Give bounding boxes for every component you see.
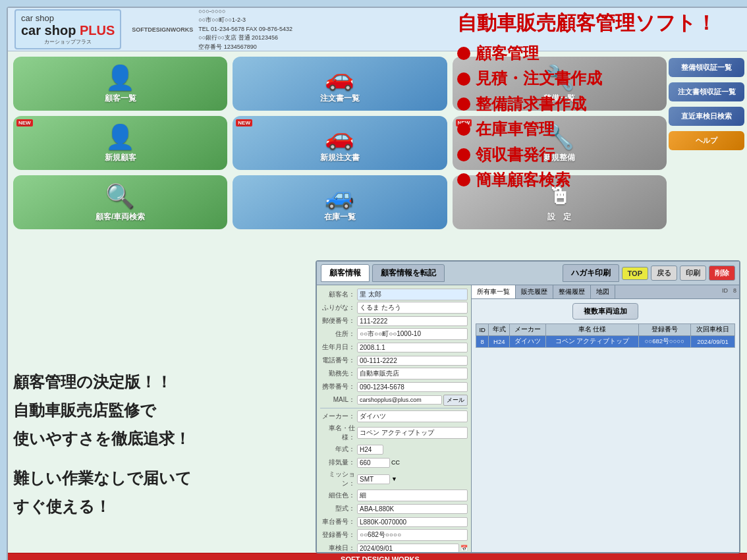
field-carname: 車名・仕様： コペン アクティブトップ: [320, 424, 468, 442]
promo-line6: すぐ使える！: [13, 492, 231, 520]
car-new-icon: 🚗: [325, 123, 354, 151]
company-line3: TEL 01-234-5678 FAX 09-876-5432: [198, 25, 292, 34]
person-icon: 👤: [105, 64, 135, 92]
field-postal: 郵便番号： 111-2222: [320, 315, 468, 327]
car2-icon: 🚙: [325, 182, 354, 210]
btn-shinki-chumon[interactable]: NEW 🚗 新規注文書: [233, 116, 447, 170]
feature-dot-1: [457, 47, 470, 60]
btn-mail[interactable]: メール: [443, 395, 468, 406]
field-mobile-val: 090-1234-5678: [357, 382, 468, 392]
btn-chumon-ichiran[interactable]: 🚗 注文書一覧: [233, 57, 447, 111]
stab-vehicles[interactable]: 所有車一覧: [472, 285, 516, 298]
company-line2: ○○市○○町○○1-2-3: [198, 16, 292, 25]
logo-car-text: car shop: [21, 13, 115, 23]
col-name: 車名 仕様: [546, 324, 639, 336]
col-year: 年式: [489, 324, 510, 336]
stab-map[interactable]: 地図: [591, 285, 615, 298]
vehicle-right-area: 所有車一覧 販売履歴 整備履歴 地図 ID 8 複数車両追加 ID 年式 メーカ…: [472, 285, 739, 552]
feature-dot-2: [457, 72, 470, 86]
field-address-val: ○○市○○町○○1000-10: [357, 328, 468, 340]
car-icon: 🚗: [325, 64, 354, 92]
field-chassis: 車台番号： L880K-0070000: [320, 516, 468, 528]
btn-kokyaku-ichiran[interactable]: 👤 顧客一覧: [13, 57, 227, 111]
field-color: 細住色： 細: [320, 490, 468, 501]
col-reg: 登録番号: [638, 324, 690, 336]
logo-sub: カーショップフラス: [21, 38, 115, 45]
software-footer: SOFT DESIGN WORKS: [8, 553, 747, 560]
field-phone: 電話番号： 00-111-2222: [320, 354, 468, 366]
cell-reg: ○○682号○○○○: [638, 336, 690, 348]
stab-spacer: [615, 285, 719, 298]
cell-id: 8: [476, 336, 489, 348]
feature-item-5: 領収書発行: [457, 142, 734, 167]
softdesign-label: SOFTDESIGNWORKS: [132, 26, 193, 33]
field-maker-val: ダイハツ: [357, 410, 468, 422]
search-icon: 🔍: [105, 182, 135, 210]
feature-item-1: 顧客管理: [457, 41, 734, 66]
company-parking: 空存番号 1234567890: [198, 43, 292, 52]
field-birthday: 生年月日： 2008.1.1: [320, 341, 468, 353]
field-reg: 登録番号： ○○682号○○○○: [320, 529, 468, 541]
bottom-left-promo: 顧客管理の決定版！！ 自動車販売店監修で 使いやすさを徹底追求！ 難しい作業なし…: [13, 368, 231, 520]
feature-item-3: 整備請求書作成: [457, 92, 734, 117]
tab-hagaki[interactable]: ハガキ印刷: [563, 264, 619, 282]
cc-label: CC: [391, 459, 400, 466]
company-line1: ○○○-○○○○: [198, 7, 292, 16]
cell-name: コペン アクティブトップ: [546, 336, 639, 348]
field-maker: メーカー： ダイハツ: [320, 410, 468, 422]
field-carname-val: コペン アクティブトップ: [357, 427, 468, 439]
btn-shinki-kokyaku[interactable]: NEW 👤 新規顧客: [13, 116, 227, 170]
btn-zaiko-ichiran[interactable]: 🚙 在庫一覧: [233, 175, 447, 229]
field-chassis-val: L880K-0070000: [357, 517, 468, 527]
tab-kokyaku-info[interactable]: 顧客情報: [321, 264, 370, 282]
company-line4: ○○銀行○○支店 普通 20123456: [198, 34, 292, 43]
field-shaken: 車検日： 2024/09/01 📅: [320, 542, 468, 552]
field-mission: ミッション： SMT ▼: [320, 470, 468, 488]
detail-panel-body: 顧客名： 里 太郎 ふりがな： くるま たろう 郵便番号： 111-2222 住…: [317, 285, 739, 552]
field-name-val: 里 太郎: [357, 289, 468, 300]
col-date: 次回車検日: [690, 324, 734, 336]
field-address: 住所： ○○市○○町○○1000-10: [320, 328, 468, 340]
company-info: ○○○-○○○○ ○○市○○町○○1-2-3 TEL 01-234-5678 F…: [198, 7, 292, 52]
stab-maintenance[interactable]: 整備履歴: [553, 285, 591, 298]
field-birthday-val: 2008.1.1: [357, 343, 468, 352]
field-mobile: 携帯番号： 090-1234-5678: [320, 381, 468, 393]
logo-plus-text: car shop PLUS: [21, 23, 115, 38]
btn-back[interactable]: 戻る: [651, 266, 677, 281]
feature-dot-6: [457, 173, 470, 186]
btn-search[interactable]: 🔍 顧客/車両検索: [13, 175, 227, 229]
field-work-val: 自動車販売店: [357, 368, 468, 379]
vehicle-list-body: 複数車両追加 ID 年式 メーカー 車名 仕様 登録番号 次回車検日: [472, 299, 739, 552]
detail-panel: 顧客情報 顧客情報を転記 ハガキ印刷 TOP 戻る 印刷 削除 顧客名： 里 太…: [316, 260, 740, 553]
table-row[interactable]: 8 H24 ダイハツ コペン アクティブトップ ○○682号○○○○ 2024/…: [476, 336, 735, 348]
feature-dot-5: [457, 148, 470, 161]
stab-sales[interactable]: 販売履歴: [516, 285, 553, 298]
vehicle-table: ID 年式 メーカー 車名 仕様 登録番号 次回車検日 8 H24 ダイハツ: [476, 323, 735, 348]
btn-print[interactable]: 印刷: [680, 266, 706, 281]
field-name: 顧客名： 里 太郎: [320, 289, 468, 300]
promo-line3: 使いやすさを徹底追求！: [13, 424, 231, 453]
add-vehicle-btn[interactable]: 複数車両追加: [572, 303, 638, 320]
cell-year: H24: [489, 336, 510, 348]
field-mission-val: SMT: [357, 474, 390, 484]
cell-maker: ダイハツ: [510, 336, 546, 348]
field-postal-val: 111-2222: [357, 316, 468, 326]
field-work: 勤務先： 自動車販売店: [320, 368, 468, 379]
new-badge-1: NEW: [16, 119, 33, 126]
col-maker: メーカー: [510, 324, 546, 336]
promo-line2: 自動車販売店監修で: [13, 396, 231, 424]
btn-delete[interactable]: 削除: [709, 266, 735, 281]
feature-title: 自動車販売顧客管理ソフト！: [457, 10, 734, 36]
cell-date: 2024/09/01: [690, 336, 734, 348]
field-furigana: ふりがな： くるま たろう: [320, 302, 468, 314]
feature-dot-4: [457, 123, 470, 136]
new-badge-2: NEW: [236, 119, 252, 126]
tab-tenkino[interactable]: 顧客情報を転記: [372, 264, 445, 282]
customer-fields: 顧客名： 里 太郎 ふりがな： くるま たろう 郵便番号： 111-2222 住…: [317, 285, 472, 552]
logo-box: car shop car shop PLUS カーショップフラス: [14, 9, 121, 49]
calendar-icon[interactable]: 📅: [460, 545, 468, 551]
field-year-val: H24: [357, 445, 383, 455]
mission-dropdown[interactable]: ▼: [391, 476, 397, 482]
field-phone-val: 00-111-2222: [357, 356, 468, 366]
btn-top[interactable]: TOP: [622, 267, 648, 280]
